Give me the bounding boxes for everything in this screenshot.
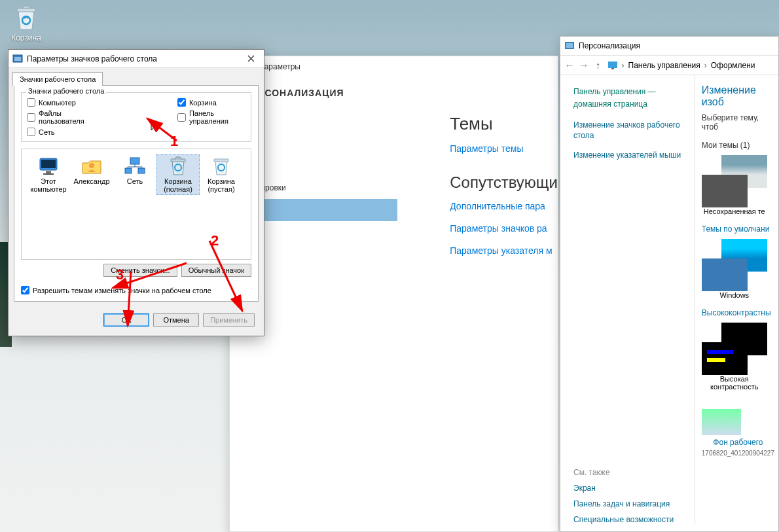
change-icon-button[interactable]: Сменить значок... bbox=[103, 264, 177, 277]
svg-rect-4 bbox=[14, 57, 21, 61]
section-my-themes: Мои темы (1) bbox=[702, 141, 774, 150]
background-id: 1706820_401200904227 bbox=[702, 450, 774, 457]
svg-rect-8 bbox=[43, 173, 54, 175]
see-also-taskbar[interactable]: Панель задач и навигация bbox=[573, 499, 688, 508]
close-icon bbox=[247, 55, 255, 62]
see-also-label: См. также bbox=[573, 468, 688, 477]
theme-windows[interactable]: Windows bbox=[702, 239, 767, 299]
svg-rect-1 bbox=[23, 6, 29, 9]
theme-unsaved[interactable]: Несохраненная те bbox=[702, 155, 767, 215]
apply-button[interactable]: Применить bbox=[203, 313, 255, 327]
icon-this-pc[interactable]: Этот компьютер bbox=[27, 154, 70, 195]
cp-title: Персонализация bbox=[579, 41, 640, 50]
back-arrow-icon[interactable]: ← bbox=[564, 60, 575, 71]
background-label[interactable]: Фон рабочего bbox=[702, 438, 774, 447]
cp-main-heading: Изменение изоб bbox=[702, 84, 774, 108]
desktop-recycle-bin-label: Корзина bbox=[7, 33, 46, 43]
network-icon bbox=[124, 156, 146, 176]
svg-rect-0 bbox=[17, 9, 35, 12]
svg-rect-6 bbox=[41, 160, 56, 168]
icon-network[interactable]: Сеть bbox=[113, 154, 156, 195]
restore-default-button[interactable]: Обычный значок bbox=[181, 264, 251, 277]
settings-header: Параметры bbox=[230, 56, 558, 77]
control-panel-window: Персонализация ← → ↑ › Панель управления… bbox=[560, 36, 779, 532]
svg-rect-18 bbox=[566, 43, 573, 48]
icon-recycle-empty[interactable]: Корзина (пустая) bbox=[200, 154, 243, 195]
monitor-icon bbox=[607, 60, 618, 71]
chevron-right-icon: › bbox=[622, 61, 625, 70]
breadcrumb[interactable]: › Панель управления › Оформлени bbox=[607, 60, 755, 71]
icon-preview-list[interactable]: Этот компьютер Александр Сеть Корзина (п… bbox=[21, 149, 251, 260]
recycle-full-icon bbox=[167, 156, 189, 176]
link-desktop-icons[interactable]: Параметры значков ра bbox=[450, 223, 558, 234]
desktop-icon-settings-dialog: Параметры значков рабочего стола Значки … bbox=[8, 49, 264, 336]
link-pointer-params[interactable]: Параметры указателя м bbox=[450, 245, 558, 256]
fieldset-legend: Значки рабочего стола bbox=[26, 87, 106, 95]
cp-home-link[interactable]: Панель управления — домашняя страница bbox=[573, 86, 688, 111]
checkbox-control-panel[interactable]: Панель управления bbox=[177, 109, 245, 125]
checkbox-user-files[interactable]: Файлы пользователя bbox=[27, 109, 99, 125]
svg-point-9 bbox=[89, 163, 94, 168]
svg-rect-10 bbox=[130, 158, 139, 164]
section-default-themes[interactable]: Темы по умолчани bbox=[702, 224, 774, 234]
dialog-title: Параметры значков рабочего стола bbox=[27, 54, 238, 63]
close-button[interactable] bbox=[238, 50, 264, 68]
cancel-button[interactable]: Отмена bbox=[153, 313, 199, 327]
checkbox-network[interactable]: Сеть bbox=[27, 128, 99, 136]
section-high-contrast[interactable]: Высококонтрастны bbox=[702, 308, 774, 317]
checkbox-computer[interactable]: Компьютер bbox=[27, 98, 99, 107]
svg-rect-15 bbox=[214, 159, 228, 162]
link-theme-params[interactable]: Параметры темы bbox=[450, 143, 558, 154]
page-heading-themes: Темы bbox=[450, 114, 558, 134]
link-advanced-sound[interactable]: Дополнительные пара bbox=[450, 201, 558, 211]
page-heading-related: Сопутствующи bbox=[450, 173, 558, 192]
nav-section-title: ПЕРСОНАЛИЗАЦИЯ bbox=[244, 88, 397, 98]
icon-recycle-full[interactable]: Корзина (полная) bbox=[156, 154, 200, 195]
desktop-recycle-bin[interactable]: Корзина bbox=[7, 3, 46, 43]
user-folder-icon bbox=[81, 156, 103, 176]
computer-icon bbox=[37, 156, 60, 176]
chevron-right-icon: › bbox=[704, 61, 707, 70]
recycle-bin-icon bbox=[12, 3, 41, 32]
forward-arrow-icon[interactable]: → bbox=[579, 60, 589, 71]
svg-rect-19 bbox=[608, 62, 617, 68]
cp-change-icons-link[interactable]: Изменение значков рабочего стола bbox=[573, 120, 688, 141]
settings-window: Параметры ПЕРСОНАЛИЗАЦИЯ блокировки Темы… bbox=[229, 56, 558, 532]
up-arrow-icon[interactable]: ↑ bbox=[596, 60, 601, 71]
svg-rect-12 bbox=[138, 168, 145, 173]
svg-rect-7 bbox=[46, 171, 51, 173]
theme-high-contrast[interactable]: Высокая контрастность bbox=[702, 323, 767, 391]
svg-rect-11 bbox=[125, 168, 132, 173]
see-also-access[interactable]: Специальные возможности bbox=[573, 515, 688, 524]
ok-button[interactable]: ОК bbox=[103, 313, 149, 327]
cursor-icon bbox=[151, 120, 160, 132]
cp-main-subtitle: Выберите тему, чтоб bbox=[702, 113, 774, 132]
desktop-background-option[interactable] bbox=[702, 409, 774, 435]
icon-user[interactable]: Александр bbox=[70, 154, 113, 195]
checkbox-allow-themes[interactable]: Разрешить темам изменять значки на рабоч… bbox=[21, 286, 251, 294]
svg-rect-20 bbox=[611, 68, 614, 69]
checkbox-recycle-bin[interactable]: Корзина bbox=[177, 98, 245, 107]
recycle-empty-icon bbox=[210, 156, 232, 176]
dialog-icon bbox=[12, 54, 23, 64]
tab-desktop-icons[interactable]: Значки рабочего стола bbox=[12, 72, 103, 86]
see-also-screen[interactable]: Экран bbox=[573, 484, 688, 493]
cp-change-pointers-link[interactable]: Изменение указателей мыши bbox=[573, 150, 688, 160]
personalization-icon bbox=[564, 41, 575, 51]
